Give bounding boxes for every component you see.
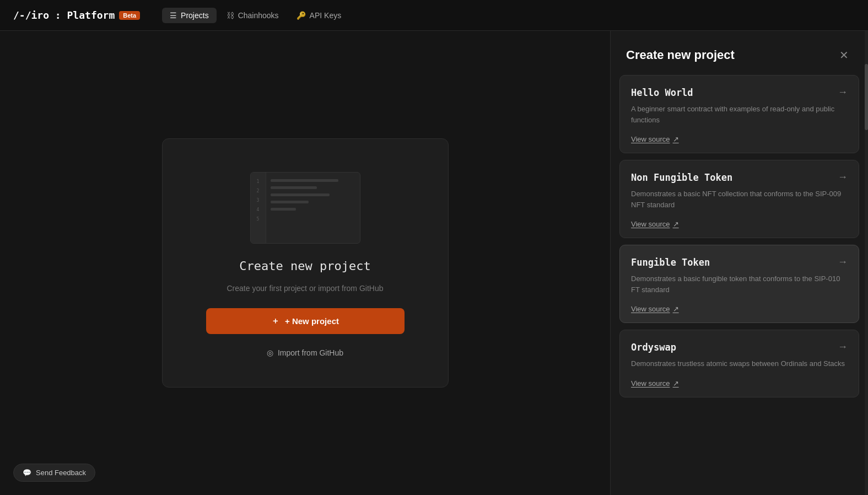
option-ft-desc: Demonstrates a basic fungible token that… xyxy=(631,273,848,295)
feedback-label: Send Feedback xyxy=(36,469,86,477)
import-label: Import from GitHub xyxy=(278,348,343,357)
tab-chainhooks-label: Chainhooks xyxy=(238,11,279,20)
code-line-1 xyxy=(271,179,338,182)
top-nav: /-/iro : Platform Beta ☰ Projects ⛓ Chai… xyxy=(0,0,868,31)
new-project-button[interactable]: ＋ + New project xyxy=(206,308,405,334)
scrollbar-track xyxy=(865,31,868,495)
line-num-3: 3 xyxy=(254,198,262,203)
line-num-2: 2 xyxy=(254,189,262,193)
tab-projects[interactable]: ☰ Projects xyxy=(162,8,217,23)
logo-text: /-/iro : Platform xyxy=(13,9,115,21)
external-link-icon-nft: ↗ xyxy=(673,220,679,228)
arrow-right-icon-ordyswap: → xyxy=(838,341,848,353)
option-hello-world[interactable]: Hello World → A beginner smart contract … xyxy=(619,75,859,153)
panel-scrollable[interactable]: Hello World → A beginner smart contract … xyxy=(611,75,868,495)
view-source-nft[interactable]: View source ↗ xyxy=(631,220,679,228)
option-hello-world-desc: A beginner smart contract with examples … xyxy=(631,104,848,125)
line-num-4: 4 xyxy=(254,207,262,212)
option-ft-header: Fungible Token → xyxy=(631,256,848,268)
view-source-label: View source xyxy=(631,135,670,143)
send-feedback-button[interactable]: 💬 Send Feedback xyxy=(13,464,95,482)
plus-icon: ＋ xyxy=(271,316,279,326)
code-lines xyxy=(271,179,355,211)
code-line-2 xyxy=(271,186,317,189)
external-link-icon-ordyswap: ↗ xyxy=(673,379,679,388)
logo: /-/iro : Platform Beta xyxy=(13,9,140,21)
github-icon: ◎ xyxy=(267,348,273,357)
option-ordyswap-name: Ordyswap xyxy=(631,342,676,353)
chainhooks-icon: ⛓ xyxy=(227,11,234,20)
option-hello-world-header: Hello World → xyxy=(631,87,848,98)
view-source-ordyswap-label: View source xyxy=(631,379,670,388)
option-nft-name: Non Fungible Token xyxy=(631,172,732,183)
close-button[interactable]: ✕ xyxy=(835,46,853,64)
code-preview-illustration: 1 2 3 4 5 xyxy=(250,172,360,244)
view-source-nft-label: View source xyxy=(631,220,670,228)
external-link-icon: ↗ xyxy=(673,135,679,143)
nav-tabs: ☰ Projects ⛓ Chainhooks 🔑 API Keys xyxy=(162,8,349,23)
option-hello-world-name: Hello World xyxy=(631,87,693,98)
code-line-4 xyxy=(271,201,309,203)
panel-title: Create new project xyxy=(626,48,735,62)
option-ft-name: Fungible Token xyxy=(631,257,710,268)
card-subtitle: Create your first project or import from… xyxy=(227,284,384,293)
arrow-right-icon-nft: → xyxy=(838,171,848,183)
option-ft[interactable]: Fungible Token → Demonstrates a basic fu… xyxy=(619,245,859,323)
option-nft[interactable]: Non Fungible Token → Demonstrates a basi… xyxy=(619,160,859,238)
projects-icon: ☰ xyxy=(170,11,177,20)
line-num-1: 1 xyxy=(254,179,262,184)
card-title: Create new project xyxy=(239,259,370,273)
left-area: 1 2 3 4 5 Create new project Create your… xyxy=(0,31,610,495)
view-source-ft[interactable]: View source ↗ xyxy=(631,305,679,313)
feedback-icon: 💬 xyxy=(23,469,31,477)
option-ordyswap-header: Ordyswap → xyxy=(631,341,848,353)
api-keys-icon: 🔑 xyxy=(296,11,306,20)
right-panel: Create new project ✕ Hello World → A beg… xyxy=(610,31,868,495)
code-line-3 xyxy=(271,193,330,196)
tab-api-keys[interactable]: 🔑 API Keys xyxy=(289,8,349,23)
import-github-button[interactable]: ◎ Import from GitHub xyxy=(267,345,343,361)
beta-badge: Beta xyxy=(119,11,140,20)
main-content: 1 2 3 4 5 Create new project Create your… xyxy=(0,31,868,495)
view-source-hello-world[interactable]: View source ↗ xyxy=(631,135,679,143)
panel-header: Create new project ✕ xyxy=(611,31,868,75)
option-nft-header: Non Fungible Token → xyxy=(631,171,848,183)
new-project-label: + New project xyxy=(285,316,339,326)
view-source-ft-label: View source xyxy=(631,305,670,313)
tab-chainhooks[interactable]: ⛓ Chainhooks xyxy=(219,8,287,23)
option-ordyswap[interactable]: Ordyswap → Demonstrates trustless atomic… xyxy=(619,330,859,397)
line-numbers: 1 2 3 4 5 xyxy=(251,173,266,243)
close-icon: ✕ xyxy=(839,49,849,62)
create-project-card: 1 2 3 4 5 Create new project Create your… xyxy=(162,138,449,388)
option-nft-desc: Demonstrates a basic NFT collection that… xyxy=(631,189,848,210)
option-ordyswap-desc: Demonstrates trustless atomic swaps betw… xyxy=(631,358,848,369)
arrow-right-icon: → xyxy=(838,87,848,98)
code-line-5 xyxy=(271,208,296,211)
scrollbar-thumb xyxy=(865,64,868,130)
line-num-5: 5 xyxy=(254,217,262,222)
tab-projects-label: Projects xyxy=(181,11,209,20)
tab-api-keys-label: API Keys xyxy=(310,11,342,20)
external-link-icon-ft: ↗ xyxy=(673,305,679,313)
arrow-right-icon-ft: → xyxy=(838,256,848,268)
view-source-ordyswap[interactable]: View source ↗ xyxy=(631,379,679,388)
